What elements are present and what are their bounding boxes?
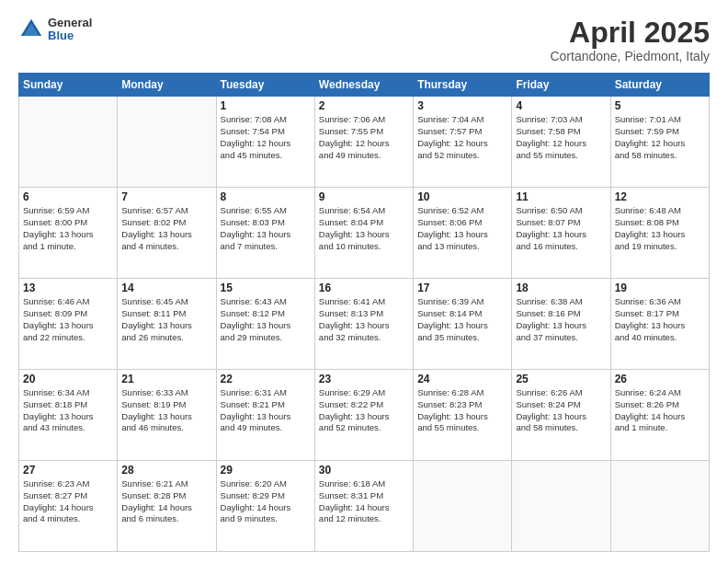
day-info-w5-d2: Sunrise: 6:21 AM Sunset: 8:28 PM Dayligh…	[121, 478, 211, 525]
day-number-w5-d3: 29	[221, 464, 311, 477]
day-number-w2-d3: 8	[221, 190, 311, 203]
calendar-cell-w5-d6	[512, 461, 610, 552]
calendar-cell-w4-d7: 26Sunrise: 6:24 AM Sunset: 8:26 PM Dayli…	[610, 370, 709, 461]
calendar-cell-w1-d7: 5Sunrise: 7:01 AM Sunset: 7:59 PM Daylig…	[610, 97, 709, 188]
day-number-w2-d6: 11	[516, 190, 606, 203]
calendar-cell-w3-d5: 17Sunrise: 6:39 AM Sunset: 8:14 PM Dayli…	[414, 279, 512, 370]
calendar-cell-w2-d1: 6Sunrise: 6:59 AM Sunset: 8:00 PM Daylig…	[19, 188, 118, 279]
calendar-cell-w2-d4: 9Sunrise: 6:54 AM Sunset: 8:04 PM Daylig…	[314, 188, 413, 279]
day-info-w2-d2: Sunrise: 6:57 AM Sunset: 8:02 PM Dayligh…	[121, 205, 211, 252]
calendar-cell-w1-d6: 4Sunrise: 7:03 AM Sunset: 7:58 PM Daylig…	[512, 97, 610, 188]
col-tuesday: Tuesday	[216, 74, 314, 97]
day-info-w1-d5: Sunrise: 7:04 AM Sunset: 7:57 PM Dayligh…	[417, 114, 507, 161]
calendar-cell-w1-d3: 1Sunrise: 7:08 AM Sunset: 7:54 PM Daylig…	[216, 97, 314, 188]
col-friday: Friday	[512, 74, 610, 97]
day-number-w2-d7: 12	[615, 190, 705, 203]
calendar-cell-w2-d7: 12Sunrise: 6:48 AM Sunset: 8:08 PM Dayli…	[610, 188, 709, 279]
logo-general-label: General	[48, 17, 92, 29]
calendar-cell-w4-d1: 20Sunrise: 6:34 AM Sunset: 8:18 PM Dayli…	[19, 370, 118, 461]
day-number-w2-d2: 7	[121, 190, 211, 203]
day-info-w1-d7: Sunrise: 7:01 AM Sunset: 7:59 PM Dayligh…	[615, 114, 705, 161]
day-info-w3-d6: Sunrise: 6:38 AM Sunset: 8:16 PM Dayligh…	[516, 296, 606, 343]
day-number-w4-d1: 20	[23, 373, 113, 385]
day-info-w3-d1: Sunrise: 6:46 AM Sunset: 8:09 PM Dayligh…	[23, 296, 113, 343]
header: General Blue April 2025 Cortandone, Pied…	[18, 17, 710, 63]
calendar-cell-w4-d6: 25Sunrise: 6:26 AM Sunset: 8:24 PM Dayli…	[512, 370, 610, 461]
day-number-w2-d5: 10	[417, 190, 507, 203]
day-info-w3-d4: Sunrise: 6:41 AM Sunset: 8:13 PM Dayligh…	[319, 296, 409, 343]
day-number-w4-d5: 24	[417, 373, 507, 385]
day-info-w3-d7: Sunrise: 6:36 AM Sunset: 8:17 PM Dayligh…	[615, 296, 705, 343]
day-info-w1-d6: Sunrise: 7:03 AM Sunset: 7:58 PM Dayligh…	[516, 114, 606, 161]
day-number-w3-d1: 13	[23, 282, 113, 294]
calendar-cell-w2-d3: 8Sunrise: 6:55 AM Sunset: 8:03 PM Daylig…	[216, 188, 314, 279]
day-number-w1-d4: 2	[319, 99, 409, 112]
calendar-cell-w1-d4: 2Sunrise: 7:06 AM Sunset: 7:55 PM Daylig…	[314, 97, 413, 188]
calendar-cell-w3-d4: 16Sunrise: 6:41 AM Sunset: 8:13 PM Dayli…	[314, 279, 413, 370]
logo-blue-label: Blue	[48, 29, 92, 42]
day-number-w5-d2: 28	[121, 464, 211, 477]
day-info-w4-d1: Sunrise: 6:34 AM Sunset: 8:18 PM Dayligh…	[23, 387, 113, 434]
day-info-w5-d1: Sunrise: 6:23 AM Sunset: 8:27 PM Dayligh…	[23, 478, 113, 525]
calendar-cell-w2-d6: 11Sunrise: 6:50 AM Sunset: 8:07 PM Dayli…	[512, 188, 610, 279]
calendar-cell-w2-d2: 7Sunrise: 6:57 AM Sunset: 8:02 PM Daylig…	[118, 188, 216, 279]
day-info-w2-d5: Sunrise: 6:52 AM Sunset: 8:06 PM Dayligh…	[417, 205, 507, 252]
day-number-w3-d5: 17	[417, 282, 507, 294]
day-info-w1-d4: Sunrise: 7:06 AM Sunset: 7:55 PM Dayligh…	[319, 114, 409, 161]
day-number-w1-d5: 3	[417, 99, 507, 112]
day-number-w1-d3: 1	[221, 99, 311, 112]
calendar-cell-w5-d2: 28Sunrise: 6:21 AM Sunset: 8:28 PM Dayli…	[118, 461, 216, 552]
calendar-cell-w1-d2	[118, 97, 216, 188]
calendar-title: April 2025	[550, 17, 710, 49]
day-number-w5-d1: 27	[23, 464, 113, 477]
calendar-subtitle: Cortandone, Piedmont, Italy	[550, 49, 710, 63]
calendar-header-row: Sunday Monday Tuesday Wednesday Thursday…	[19, 74, 710, 97]
calendar-cell-w3-d1: 13Sunrise: 6:46 AM Sunset: 8:09 PM Dayli…	[19, 279, 118, 370]
calendar-cell-w3-d7: 19Sunrise: 6:36 AM Sunset: 8:17 PM Dayli…	[610, 279, 709, 370]
day-info-w3-d3: Sunrise: 6:43 AM Sunset: 8:12 PM Dayligh…	[221, 296, 311, 343]
day-number-w3-d3: 15	[221, 282, 311, 294]
col-saturday: Saturday	[610, 74, 709, 97]
day-info-w5-d3: Sunrise: 6:20 AM Sunset: 8:29 PM Dayligh…	[221, 478, 311, 525]
day-info-w2-d1: Sunrise: 6:59 AM Sunset: 8:00 PM Dayligh…	[23, 205, 113, 252]
day-info-w4-d4: Sunrise: 6:29 AM Sunset: 8:22 PM Dayligh…	[319, 387, 409, 434]
calendar-cell-w5-d7	[610, 461, 709, 552]
col-monday: Monday	[118, 74, 216, 97]
calendar-cell-w5-d3: 29Sunrise: 6:20 AM Sunset: 8:29 PM Dayli…	[216, 461, 314, 552]
col-thursday: Thursday	[414, 74, 512, 97]
day-info-w2-d4: Sunrise: 6:54 AM Sunset: 8:04 PM Dayligh…	[319, 205, 409, 252]
day-info-w4-d6: Sunrise: 6:26 AM Sunset: 8:24 PM Dayligh…	[516, 387, 606, 434]
day-number-w4-d4: 23	[319, 373, 409, 385]
calendar-week-1: 1Sunrise: 7:08 AM Sunset: 7:54 PM Daylig…	[19, 97, 710, 188]
logo-text: General Blue	[48, 17, 92, 43]
day-number-w4-d7: 26	[615, 373, 705, 385]
day-info-w4-d2: Sunrise: 6:33 AM Sunset: 8:19 PM Dayligh…	[121, 387, 211, 434]
calendar-cell-w4-d3: 22Sunrise: 6:31 AM Sunset: 8:21 PM Dayli…	[216, 370, 314, 461]
calendar-cell-w5-d4: 30Sunrise: 6:18 AM Sunset: 8:31 PM Dayli…	[314, 461, 413, 552]
day-number-w2-d4: 9	[319, 190, 409, 203]
day-info-w1-d3: Sunrise: 7:08 AM Sunset: 7:54 PM Dayligh…	[221, 114, 311, 161]
day-info-w2-d6: Sunrise: 6:50 AM Sunset: 8:07 PM Dayligh…	[516, 205, 606, 252]
day-number-w2-d1: 6	[23, 190, 113, 203]
calendar-cell-w4-d4: 23Sunrise: 6:29 AM Sunset: 8:22 PM Dayli…	[314, 370, 413, 461]
col-sunday: Sunday	[19, 74, 118, 97]
calendar-week-3: 13Sunrise: 6:46 AM Sunset: 8:09 PM Dayli…	[19, 279, 710, 370]
calendar-cell-w4-d5: 24Sunrise: 6:28 AM Sunset: 8:23 PM Dayli…	[414, 370, 512, 461]
day-info-w4-d7: Sunrise: 6:24 AM Sunset: 8:26 PM Dayligh…	[615, 387, 705, 434]
calendar-week-4: 20Sunrise: 6:34 AM Sunset: 8:18 PM Dayli…	[19, 370, 710, 461]
day-number-w4-d2: 21	[121, 373, 211, 385]
day-number-w3-d7: 19	[615, 282, 705, 294]
title-block: April 2025 Cortandone, Piedmont, Italy	[550, 17, 710, 63]
calendar-body: 1Sunrise: 7:08 AM Sunset: 7:54 PM Daylig…	[19, 97, 710, 552]
day-number-w1-d6: 4	[516, 99, 606, 112]
day-number-w4-d6: 25	[516, 373, 606, 385]
day-info-w4-d3: Sunrise: 6:31 AM Sunset: 8:21 PM Dayligh…	[221, 387, 311, 434]
calendar-cell-w5-d1: 27Sunrise: 6:23 AM Sunset: 8:27 PM Dayli…	[19, 461, 118, 552]
logo: General Blue	[18, 17, 92, 43]
day-info-w4-d5: Sunrise: 6:28 AM Sunset: 8:23 PM Dayligh…	[417, 387, 507, 434]
day-info-w2-d3: Sunrise: 6:55 AM Sunset: 8:03 PM Dayligh…	[221, 205, 311, 252]
day-info-w2-d7: Sunrise: 6:48 AM Sunset: 8:08 PM Dayligh…	[615, 205, 705, 252]
day-number-w3-d2: 14	[121, 282, 211, 294]
calendar-cell-w3-d2: 14Sunrise: 6:45 AM Sunset: 8:11 PM Dayli…	[118, 279, 216, 370]
day-number-w1-d7: 5	[615, 99, 705, 112]
